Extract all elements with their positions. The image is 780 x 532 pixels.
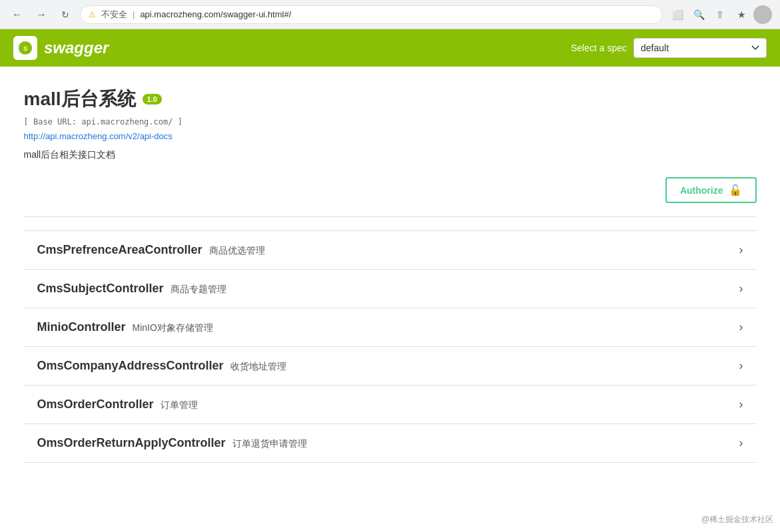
app-info: mall后台系统 1.0 [ Base URL: api.macrozheng.… — [24, 87, 757, 161]
url-text: api.macrozheng.com/swagger-ui.html#/ — [140, 9, 654, 19]
version-badge: 1.0 — [143, 94, 162, 105]
app-title-row: mall后台系统 1.0 — [24, 87, 757, 112]
search-button[interactable]: 🔍 — [689, 5, 708, 24]
controller-description: 商品专题管理 — [171, 284, 226, 296]
controller-item[interactable]: OmsCompanyAddressController 收货地址管理 › — [24, 347, 757, 386]
swagger-logo-icon: S — [13, 36, 37, 60]
controller-description: 商品优选管理 — [209, 245, 265, 257]
controller-name: OmsOrderReturnApplyController 订单退货申请管理 — [37, 436, 307, 450]
controller-item[interactable]: CmsPrefrenceAreaController 商品优选管理 › — [24, 231, 757, 270]
svg-text:S: S — [23, 45, 27, 52]
swagger-logo: S swagger — [13, 36, 109, 60]
bookmark-button[interactable]: ★ — [732, 5, 751, 24]
refresh-button[interactable]: ↻ — [56, 5, 75, 24]
spec-select[interactable]: default — [633, 38, 767, 58]
controller-id: CmsPrefrenceAreaController — [37, 243, 202, 257]
controller-description: MinIO对象存储管理 — [133, 322, 213, 334]
address-bar[interactable]: ⚠ 不安全 | api.macrozheng.com/swagger-ui.ht… — [80, 5, 663, 24]
controller-id: CmsSubjectController — [37, 282, 164, 296]
lock-icon: 🔓 — [729, 184, 742, 196]
controller-description: 收货地址管理 — [230, 361, 286, 373]
chevron-right-icon: › — [739, 359, 743, 373]
share-button[interactable]: ⇧ — [711, 5, 729, 24]
controller-name: CmsSubjectController 商品专题管理 — [37, 282, 226, 296]
controller-id: OmsCompanyAddressController — [37, 359, 224, 373]
spec-selector: Select a spec default — [571, 38, 767, 58]
controller-item[interactable]: MinioController MinIO对象存储管理 › — [24, 308, 757, 347]
main-content: mall后台系统 1.0 [ Base URL: api.macrozheng.… — [11, 67, 770, 476]
controller-description: 订单管理 — [161, 399, 198, 411]
back-button[interactable]: ← — [8, 5, 27, 24]
security-icon: ⚠ — [89, 10, 96, 19]
app-description: mall后台相关接口文档 — [24, 149, 757, 161]
controller-name: MinioController MinIO对象存储管理 — [37, 320, 213, 334]
chevron-right-icon: › — [739, 436, 743, 450]
controller-item[interactable]: OmsOrderReturnApplyController 订单退货申请管理 › — [24, 424, 757, 463]
chevron-right-icon: › — [739, 398, 743, 411]
swagger-header: S swagger Select a spec default — [0, 29, 780, 67]
controller-list: CmsPrefrenceAreaController 商品优选管理 › CmsS… — [24, 230, 757, 463]
base-url: [ Base URL: api.macrozheng.com/ ] — [24, 117, 757, 127]
security-label: 不安全 — [101, 9, 127, 21]
authorize-button[interactable]: Authorize 🔓 — [665, 177, 757, 203]
avatar — [753, 5, 772, 24]
chevron-right-icon: › — [739, 243, 743, 257]
spec-label: Select a spec — [571, 43, 627, 53]
controller-id: MinioController — [37, 320, 126, 334]
chevron-right-icon: › — [739, 320, 743, 334]
swagger-logo-text: swagger — [44, 39, 109, 57]
authorize-label: Authorize — [680, 185, 723, 196]
controller-description: 订单退货申请管理 — [232, 438, 307, 450]
controller-name: OmsCompanyAddressController 收货地址管理 — [37, 359, 286, 373]
app-title: mall后台系统 — [24, 87, 136, 112]
api-docs-link[interactable]: http://api.macrozheng.com/v2/api-docs — [24, 131, 173, 141]
controller-id: OmsOrderController — [37, 398, 154, 411]
authorize-section: Authorize 🔓 — [24, 177, 757, 217]
browser-actions: ⬜ 🔍 ⇧ ★ — [668, 5, 772, 24]
browser-chrome: ← → ↻ ⚠ 不安全 | api.macrozheng.com/swagger… — [0, 0, 780, 29]
controller-name: OmsOrderController 订单管理 — [37, 398, 198, 411]
controller-name: CmsPrefrenceAreaController 商品优选管理 — [37, 243, 265, 257]
screen-cast-button[interactable]: ⬜ — [668, 5, 687, 24]
chevron-right-icon: › — [739, 282, 743, 296]
controller-item[interactable]: CmsSubjectController 商品专题管理 › — [24, 270, 757, 308]
controller-item[interactable]: OmsOrderController 订单管理 › — [24, 386, 757, 424]
forward-button[interactable]: → — [32, 5, 51, 24]
controller-id: OmsOrderReturnApplyController — [37, 436, 226, 450]
